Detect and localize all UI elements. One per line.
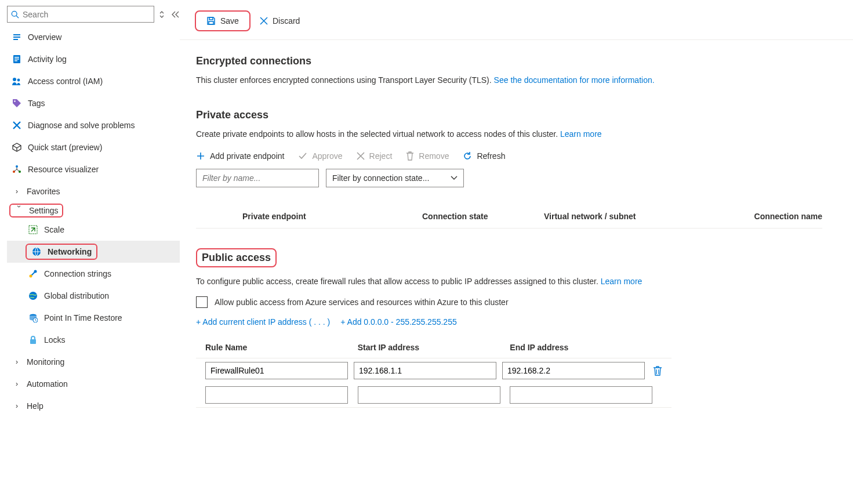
sidebar-item-label: Connection strings <box>44 269 111 278</box>
sidebar-item-global-distribution[interactable]: Global distribution <box>7 285 180 307</box>
diagnose-icon <box>12 120 22 130</box>
firewall-rules-table: Rule Name Start IP address End IP addres… <box>196 337 671 408</box>
activity-log-icon <box>12 54 22 64</box>
refresh-icon <box>463 151 472 161</box>
firewall-rule-row <box>196 358 671 383</box>
private-body: Create private endpoints to allow hosts … <box>196 128 830 140</box>
public-learn-more-link[interactable]: Learn more <box>601 277 643 286</box>
sidebar-item-label: Scale <box>44 225 64 234</box>
discard-icon <box>260 17 268 25</box>
expand-collapse-icon[interactable] <box>159 10 165 19</box>
svg-point-14 <box>30 275 32 278</box>
svg-rect-5 <box>14 60 17 61</box>
rule-name-input[interactable] <box>205 386 348 404</box>
private-heading: Private access <box>196 109 830 121</box>
sidebar-item-pitr[interactable]: Point In Time Restore <box>7 307 180 329</box>
encrypted-heading: Encrypted connections <box>196 55 830 67</box>
sidebar-item-resource-visualizer[interactable]: Resource visualizer <box>7 158 180 180</box>
public-access-heading-highlight: Public access <box>196 248 277 267</box>
sidebar-item-label: Global distribution <box>44 291 109 300</box>
collapse-sidebar-icon[interactable] <box>172 11 180 18</box>
svg-line-1 <box>16 16 19 18</box>
discard-button[interactable]: Discard <box>254 14 306 28</box>
trash-icon <box>406 151 414 161</box>
search-input[interactable] <box>23 10 150 19</box>
sidebar-item-overview[interactable]: Overview <box>7 26 180 48</box>
sidebar-item-locks[interactable]: Locks <box>7 329 180 351</box>
sidebar-group-settings[interactable]: › Settings <box>7 202 180 219</box>
sidebar-item-access-control[interactable]: Access control (IAM) <box>7 70 180 92</box>
sidebar-group-help[interactable]: › Help <box>7 395 180 417</box>
firewall-rule-row <box>196 383 671 407</box>
sidebar-item-label: Overview <box>28 32 61 42</box>
chevron-down-icon: › <box>15 205 23 216</box>
svg-point-6 <box>13 78 16 81</box>
locks-icon <box>28 335 38 345</box>
col-private-endpoint: Private endpoint <box>242 212 422 221</box>
sidebar-group-label: Help <box>27 401 43 411</box>
col-end-ip: End IP address <box>510 343 662 352</box>
discard-label: Discard <box>273 16 300 26</box>
sidebar-item-label: Access control (IAM) <box>28 77 103 86</box>
sidebar-item-activity-log[interactable]: Activity log <box>7 48 180 70</box>
svg-point-8 <box>14 100 16 102</box>
sidebar-item-diagnose[interactable]: Diagnose and solve problems <box>7 114 180 136</box>
sidebar-item-label: Quick start (preview) <box>28 143 102 152</box>
encrypted-body: This cluster enforces encrypted connecti… <box>196 74 830 86</box>
sidebar-group-favorites[interactable]: › Favorites <box>7 180 180 202</box>
public-heading: Public access <box>202 252 271 263</box>
start-ip-input[interactable] <box>358 386 500 404</box>
end-ip-input[interactable] <box>510 386 652 404</box>
add-client-ip-link[interactable]: + Add current client IP address ( . . . … <box>196 317 330 327</box>
filter-by-name-input[interactable] <box>196 169 319 187</box>
svg-point-0 <box>12 11 17 16</box>
access-control-icon <box>12 76 22 86</box>
sidebar-item-connection-strings[interactable]: Connection strings <box>7 263 180 285</box>
encrypted-doc-link[interactable]: See the documentation for more informati… <box>494 75 655 85</box>
sidebar-item-label: Locks <box>44 335 66 345</box>
private-learn-more-link[interactable]: Learn more <box>560 129 602 139</box>
sidebar-item-label: Resource visualizer <box>28 165 99 174</box>
chevron-right-icon: › <box>12 358 22 366</box>
chevron-down-icon <box>451 176 458 180</box>
global-distribution-icon <box>28 291 38 301</box>
reject-button: Reject <box>357 151 393 161</box>
save-icon <box>206 16 216 26</box>
svg-rect-3 <box>14 57 19 58</box>
tags-icon <box>12 98 22 108</box>
sidebar-group-label: Settings <box>29 206 59 215</box>
chevron-right-icon: › <box>12 380 22 388</box>
sidebar-item-tags[interactable]: Tags <box>7 92 180 114</box>
sidebar-item-label: Diagnose and solve problems <box>28 121 135 130</box>
delete-rule-button[interactable] <box>653 365 662 376</box>
svg-point-9 <box>16 165 18 168</box>
search-box[interactable] <box>7 6 154 23</box>
rule-name-input[interactable] <box>205 362 348 379</box>
save-button[interactable]: Save <box>201 14 245 28</box>
sidebar-group-label: Favorites <box>27 187 60 196</box>
svg-rect-19 <box>30 339 36 344</box>
col-rule-name: Rule Name <box>205 343 358 352</box>
add-private-endpoint-button[interactable]: Add private endpoint <box>196 151 284 161</box>
sidebar-item-networking[interactable]: Networking <box>7 241 180 263</box>
end-ip-input[interactable] <box>502 362 645 379</box>
sidebar-item-quick-start[interactable]: Quick start (preview) <box>7 136 180 158</box>
allow-public-access-checkbox[interactable] <box>196 296 208 308</box>
sidebar-item-scale[interactable]: Scale <box>7 219 180 241</box>
approve-button: Approve <box>298 151 342 161</box>
sidebar-group-label: Monitoring <box>27 357 64 367</box>
allow-public-access-label: Allow public access from Azure services … <box>215 298 509 307</box>
check-icon <box>298 151 307 161</box>
point-in-time-restore-icon <box>28 313 38 323</box>
remove-button: Remove <box>406 151 449 161</box>
sidebar-item-label: Point In Time Restore <box>44 313 122 322</box>
start-ip-input[interactable] <box>354 362 496 379</box>
sidebar-group-monitoring[interactable]: › Monitoring <box>7 351 180 373</box>
sidebar-group-automation[interactable]: › Automation <box>7 373 180 395</box>
svg-point-16 <box>29 292 37 300</box>
refresh-button[interactable]: Refresh <box>463 151 505 161</box>
filter-by-state-select[interactable]: Filter by connection state... <box>326 169 464 187</box>
plus-icon <box>196 151 205 161</box>
add-full-range-link[interactable]: + Add 0.0.0.0 - 255.255.255.255 <box>340 317 456 327</box>
quick-start-icon <box>12 142 22 153</box>
